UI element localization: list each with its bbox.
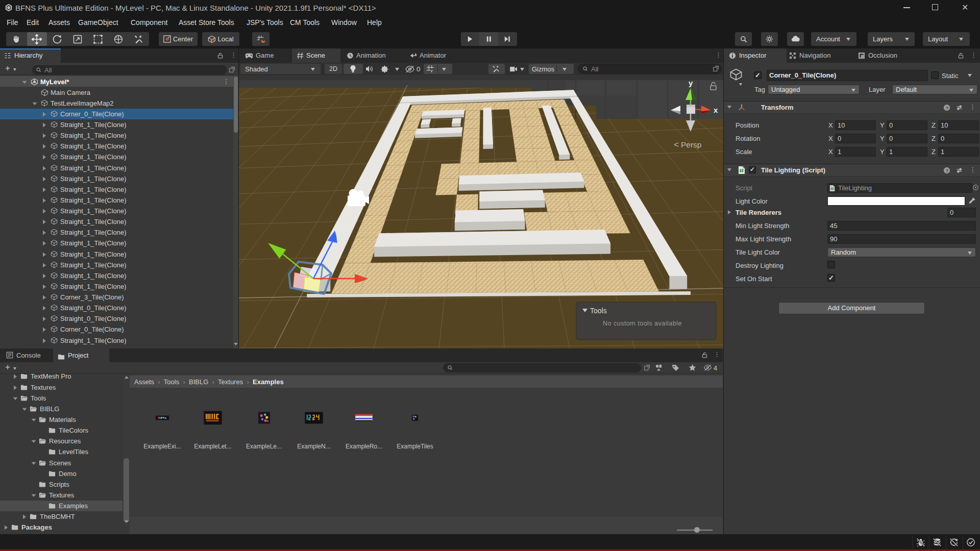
svg-text:No custom tools available: No custom tools available	[603, 320, 682, 327]
svg-text:?: ?	[945, 105, 948, 111]
svg-text:<: <	[674, 140, 679, 149]
svg-text:?: ?	[945, 168, 948, 173]
svg-text:Y: Y	[430, 69, 433, 73]
svg-text:y: y	[689, 79, 693, 87]
svg-text:x: x	[714, 106, 718, 114]
svg-text:Tools: Tools	[590, 307, 607, 315]
svg-text:Persp: Persp	[681, 140, 702, 149]
